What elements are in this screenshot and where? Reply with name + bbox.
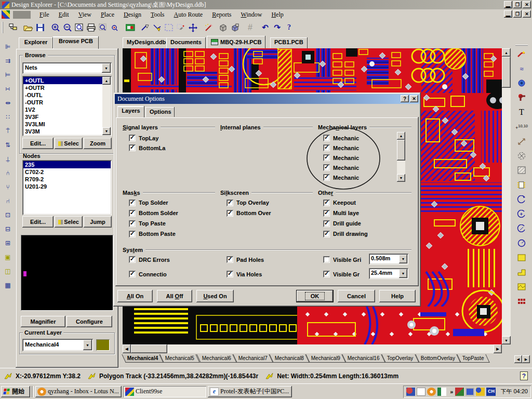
layer-tab-mechanical4[interactable]: Mechanical4 <box>122 354 164 363</box>
align-tool-icon-7[interactable]: ⍑ <box>2 126 14 136</box>
checkbox-connections[interactable]: Connectio <box>129 269 167 279</box>
dialog-close-button[interactable]: ✕ <box>410 95 418 102</box>
grid2-dropdown-icon[interactable]: ▼ <box>399 269 407 278</box>
place-polygon-icon[interactable] <box>515 266 528 278</box>
placement-tool-icon-17[interactable]: ◫ <box>2 266 14 276</box>
pcb-hscrollbar[interactable]: ◀ ▶ <box>123 344 502 353</box>
place-full-circle-icon[interactable] <box>515 237 528 249</box>
node-item[interactable]: C702-2 <box>23 168 111 176</box>
menu-design[interactable]: Design <box>119 11 146 19</box>
tray-lang-indicator[interactable]: CH <box>486 388 496 396</box>
doc-tab-mbq29h[interactable]: MBQ-29-H.PCB <box>207 36 265 48</box>
place-coordinate-icon[interactable]: ≈ <box>515 62 528 75</box>
node-item[interactable]: U201-29 <box>23 183 111 190</box>
zoom-document-icon[interactable] <box>97 22 109 33</box>
placement-tool-icon-14[interactable]: ⊟ <box>2 224 14 234</box>
checkbox-bottom-solder[interactable]: Bottom Solder <box>129 208 178 218</box>
library-icon[interactable] <box>229 22 241 33</box>
undo-icon[interactable]: ↶ <box>259 22 271 33</box>
place-coordinate-marker-icon[interactable]: +10,10 <box>515 121 528 133</box>
dialog-tab-options[interactable]: Options <box>145 107 175 117</box>
node-jump-button[interactable]: Jump <box>84 216 112 228</box>
open-icon[interactable] <box>22 22 34 33</box>
checkbox-top-overlay[interactable]: Top Overlay <box>227 197 271 208</box>
nets-combo-dropdown-icon[interactable]: ▼ <box>102 63 111 73</box>
net-item[interactable]: 3V3LMI <box>23 121 102 128</box>
app-logo-icon[interactable] <box>2 10 10 19</box>
checkbox-drc-errors[interactable]: DRC Errors <box>129 255 170 264</box>
place-dimension-icon[interactable] <box>515 135 528 148</box>
used-on-button[interactable]: Used On <box>196 290 234 302</box>
tray-icon-network[interactable] <box>455 388 464 396</box>
node-edit-button[interactable]: Edit... <box>22 216 54 228</box>
menu-file[interactable]: File <box>35 11 54 19</box>
align-tool-icon-12[interactable]: ⑁ <box>2 196 14 206</box>
current-layer-swatch[interactable] <box>96 339 110 351</box>
doc-tab-pcb1[interactable]: PCB1.PCB <box>270 37 308 48</box>
place-via-icon[interactable] <box>515 77 528 89</box>
all-on-button[interactable]: All On <box>117 290 153 302</box>
checkbox-pad-holes[interactable]: Pad Holes <box>227 255 264 264</box>
align-tool-icon-4[interactable]: ∺ <box>2 84 14 94</box>
doc-close-button[interactable]: ✕ <box>523 10 531 18</box>
zoom-area-icon[interactable] <box>73 22 85 33</box>
placement-tool-icon-15[interactable]: ⊞ <box>2 238 14 248</box>
pcb-vscrollbar[interactable]: ▲ ▼ <box>502 48 511 344</box>
net-zoom-button[interactable]: Zoom <box>84 138 112 149</box>
checkbox-visible-grid2[interactable]: Visible Gr <box>323 269 360 279</box>
layer-tab-scroll-left-icon[interactable]: ◀ <box>514 355 522 363</box>
menu-window[interactable]: Window <box>236 11 267 19</box>
place-pad-icon[interactable] <box>515 91 528 104</box>
wire-icon[interactable] <box>151 22 163 33</box>
mech-scroll-thumb[interactable] <box>397 140 405 161</box>
node-item[interactable]: R709-2 <box>23 176 111 183</box>
zoom-point-icon[interactable] <box>109 22 121 33</box>
placement-tool-icon-13[interactable]: ⊡ <box>2 210 14 220</box>
task-client99se[interactable]: Client99se <box>123 386 206 397</box>
cross-probe-icon[interactable] <box>124 22 136 33</box>
vscroll-thumb[interactable] <box>502 57 511 88</box>
minimize-button[interactable]: ▬ <box>504 1 512 8</box>
align-tool-icon-8[interactable]: ⇅ <box>2 140 14 150</box>
checkbox-bottom-paste[interactable]: Bottom Paste <box>129 229 178 239</box>
scroll-down-icon[interactable]: ▼ <box>502 336 511 344</box>
place-keepout-icon[interactable] <box>515 150 528 162</box>
net-item[interactable]: -OUTL <box>23 91 102 99</box>
place-track-icon[interactable] <box>515 48 528 60</box>
layer-tab-mechanical7[interactable]: Mechanical7 <box>233 354 273 363</box>
zoom-out-icon[interactable] <box>61 22 73 33</box>
select-area-icon[interactable] <box>163 22 175 33</box>
checkbox-toplayer[interactable]: TopLay <box>129 133 165 143</box>
close-button[interactable]: ✕ <box>523 1 531 8</box>
align-tool-icon-11[interactable]: ⑂ <box>2 182 14 192</box>
nets-combo[interactable]: Nets ▼ <box>22 62 112 74</box>
checkbox-bottom-overlay[interactable]: Bottom Over <box>227 208 271 218</box>
configure-button[interactable]: Configure <box>66 316 112 327</box>
node-select-button[interactable]: Selec <box>55 216 83 228</box>
explorer-tree-icon[interactable] <box>7 22 19 33</box>
net-edit-button[interactable]: Edit... <box>22 138 54 149</box>
mech-scroll-down-icon[interactable]: ▼ <box>397 174 405 182</box>
nodes-list[interactable]: 235 C702-2 R709-2 U201-29 <box>22 160 112 215</box>
tray-icon-display[interactable] <box>466 388 474 396</box>
align-tool-icon-9[interactable]: ⍊ <box>2 154 14 164</box>
wizard-icon[interactable] <box>202 22 214 33</box>
scroll-right-icon[interactable]: ▶ <box>494 344 502 353</box>
checkbox-via-holes[interactable]: Via Holes <box>227 269 262 279</box>
cancel-button[interactable]: Cancel <box>338 290 375 302</box>
status-help-icon[interactable]: ? <box>520 371 528 380</box>
checkbox-bottomlayer[interactable]: BottomLa <box>129 143 165 153</box>
library-3d-icon[interactable] <box>217 22 229 33</box>
layer-tab-mechanical8[interactable]: Mechanical8 <box>269 354 310 363</box>
nets-list[interactable]: +OUTL +OUTR -OUTL -OUTR 1V2 3V3F 3V3LMI … <box>22 76 112 136</box>
place-arc-edge-icon[interactable] <box>515 193 528 206</box>
align-tool-icon-10[interactable]: ⑃ <box>2 168 14 178</box>
grid1-dropdown-icon[interactable]: ▼ <box>399 255 407 263</box>
mechanical-scrollbar[interactable]: ▲ ▼ <box>397 132 405 182</box>
net-select-button[interactable]: Selec <box>55 138 83 149</box>
doc-restore-button[interactable]: ❐ <box>513 10 522 18</box>
checkbox-drill-guide[interactable]: Drill guide <box>323 218 368 229</box>
menu-place[interactable]: Place <box>96 11 119 19</box>
nets-scrollbar[interactable]: ▲ ▼ <box>102 77 111 135</box>
place-rectangle-fill-icon[interactable] <box>515 251 528 264</box>
